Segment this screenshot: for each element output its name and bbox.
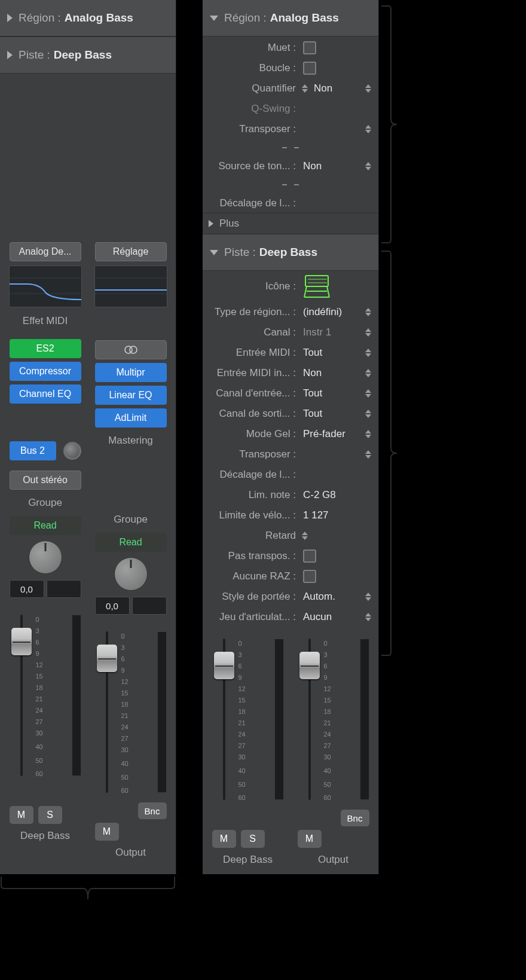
eq-thumbnail[interactable] — [9, 265, 82, 307]
entree-midi-menu[interactable] — [365, 347, 374, 359]
canal-entree-menu[interactable] — [365, 387, 374, 399]
group-slot[interactable]: Groupe — [95, 510, 167, 529]
svg-rect-6 — [305, 276, 328, 286]
label-type-region: Type de région... : — [207, 306, 299, 318]
bounce-button[interactable]: Bnc — [138, 802, 167, 819]
peak-db-value[interactable]: . — [132, 597, 167, 615]
eq-thumbnail[interactable] — [94, 265, 167, 307]
disclosure-down-icon[interactable] — [210, 250, 218, 255]
style-portee-menu[interactable] — [365, 591, 374, 603]
solo-button[interactable]: S — [38, 806, 62, 824]
disclosure-right-icon[interactable] — [7, 51, 13, 59]
preset-slot[interactable]: Analog De... — [10, 242, 81, 261]
automation-mode[interactable]: Read — [95, 533, 167, 552]
label-quantifier: Quantifier — [207, 83, 299, 94]
quantize-value[interactable]: Non — [310, 83, 365, 94]
mastering-slot[interactable]: Mastering — [95, 431, 167, 450]
source-ton-value[interactable]: Non — [299, 160, 365, 172]
mute-button[interactable]: M — [95, 823, 119, 841]
quantize-stepper[interactable] — [302, 83, 310, 94]
solo-button[interactable]: S — [241, 830, 265, 848]
canal-sortie-value[interactable]: Tout — [299, 408, 365, 420]
midi-fx-slot[interactable]: Effet MIDI — [10, 312, 81, 331]
send-level-knob[interactable] — [63, 442, 81, 460]
send-bus[interactable]: Bus 2 — [10, 441, 56, 460]
style-portee-value[interactable]: Autom. — [299, 591, 365, 603]
retard-menu[interactable] — [302, 530, 310, 542]
mode-gel-value[interactable]: Pré-fader — [299, 428, 365, 440]
preset-slot[interactable]: Réglage — [95, 242, 167, 261]
pan-knob[interactable] — [114, 557, 148, 591]
transpose-stepper[interactable] — [365, 123, 374, 135]
volume-fader[interactable] — [298, 633, 320, 806]
mute-button[interactable]: M — [212, 830, 236, 848]
canal-value[interactable]: Instr 1 — [299, 326, 365, 338]
type-region-value[interactable]: (indéfini) — [299, 306, 365, 318]
volume-fader[interactable] — [10, 609, 32, 782]
disclosure-right-icon[interactable] — [7, 14, 13, 22]
group-slot[interactable]: Groupe — [10, 493, 81, 512]
volume-fader[interactable] — [95, 625, 118, 799]
audio-fx-slot[interactable]: Compressor — [10, 362, 81, 381]
canal-sortie-menu[interactable] — [365, 408, 374, 420]
region-inspector: Muet : Boucle : Quantifier Non Q-Swing :… — [203, 38, 378, 234]
jeu-artic-menu[interactable] — [365, 611, 374, 623]
label-decalage: Décalage de l... : — [207, 197, 299, 209]
pan-knob[interactable] — [29, 541, 62, 574]
label-transposer-track: Transposer : — [207, 448, 299, 460]
track-header[interactable]: Piste : Deep Bass — [203, 234, 378, 271]
canal-menu[interactable] — [365, 326, 374, 338]
no-reset-checkbox[interactable] — [303, 570, 316, 583]
region-header-label: Région : — [19, 11, 61, 25]
fader-scale: 0 3 6 9 12 15 18 21 24 27 30 40 50 60 — [320, 633, 358, 806]
lim-velo-value[interactable]: 1 127 — [299, 509, 374, 521]
audio-fx-slot[interactable]: AdLimit — [95, 408, 167, 428]
label-boucle: Boucle : — [207, 62, 299, 74]
no-transpose-checkbox[interactable] — [303, 549, 316, 563]
fader-db-value[interactable]: 0,0 — [10, 580, 44, 598]
fader-scale: 0 3 6 9 12 15 18 21 24 27 30 40 50 60 — [118, 625, 155, 799]
fader-db-value[interactable]: 0,0 — [95, 597, 130, 615]
channel-name: Deep Bass — [20, 830, 70, 842]
channel-name: Output — [115, 847, 146, 859]
track-inspector: Icône : Type de région... :(indéfini) Ca… — [203, 271, 378, 627]
automation-mode[interactable]: Read — [10, 516, 81, 535]
canal-entree-value[interactable]: Tout — [299, 387, 365, 399]
entree-midi-value[interactable]: Tout — [299, 347, 365, 359]
audio-fx-slot[interactable]: Multipr — [95, 363, 167, 382]
peak-db-value[interactable]: . — [47, 580, 81, 598]
entree-midi-in-menu[interactable] — [365, 367, 374, 379]
track-icon-keyboard[interactable] — [303, 274, 331, 298]
mute-checkbox[interactable] — [303, 41, 316, 54]
transposer-stepper[interactable] — [365, 448, 374, 460]
source-ton-menu[interactable] — [365, 160, 374, 172]
track-header[interactable]: Piste : Deep Bass — [0, 36, 176, 74]
lim-note-value[interactable]: C-2 G8 — [299, 489, 374, 501]
volume-fader[interactable] — [212, 633, 235, 806]
stereo-indicator[interactable] — [95, 340, 167, 359]
region-header[interactable]: Région : Analog Bass — [0, 0, 176, 36]
type-region-menu[interactable] — [365, 306, 374, 318]
mode-gel-menu[interactable] — [365, 428, 374, 440]
loop-checkbox[interactable] — [303, 62, 316, 75]
disclosure-down-icon[interactable] — [210, 16, 218, 21]
jeu-artic-value[interactable]: Aucun — [299, 611, 365, 623]
quantize-menu[interactable] — [365, 83, 374, 94]
region-header[interactable]: Région : Analog Bass — [203, 0, 378, 36]
label-mode-gel: Mode Gel : — [207, 428, 299, 440]
output-slot[interactable]: Out stéréo — [10, 471, 81, 490]
bounce-button[interactable]: Bnc — [341, 810, 369, 826]
inspector-panel-collapsed: Région : Analog Bass Piste : Deep Bass A… — [0, 0, 176, 874]
mute-button[interactable]: M — [10, 806, 33, 824]
region-header-value: Analog Bass — [65, 11, 133, 25]
channel-strip-output: Réglage Multipr Linear EQ AdLimit Master… — [88, 239, 173, 874]
audio-fx-slot[interactable]: Linear EQ — [95, 386, 167, 405]
callout-brace-bottom — [0, 875, 176, 900]
label-transposer: Transposer : — [207, 123, 299, 135]
audio-fx-slot[interactable]: Channel EQ — [10, 384, 81, 404]
fine-tune-dashes — [203, 139, 378, 156]
more-disclosure[interactable]: Plus — [203, 213, 378, 234]
mute-button[interactable]: M — [298, 830, 322, 848]
entree-midi-in-value[interactable]: Non — [299, 367, 365, 379]
instrument-slot[interactable]: ES2 — [10, 339, 81, 358]
